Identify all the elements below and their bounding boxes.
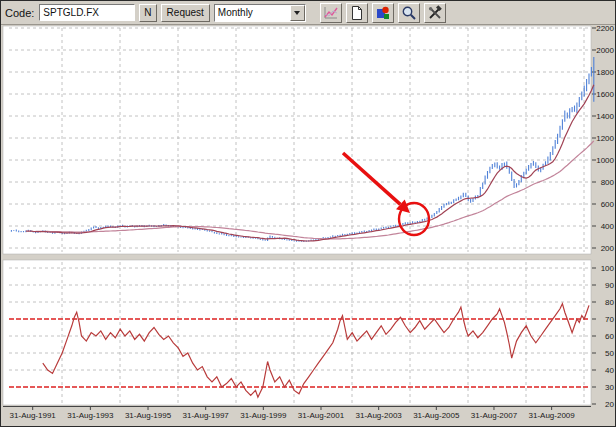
y-axis-label: 2200 (596, 24, 614, 33)
x-axis-label: 31-Aug-1997 (183, 411, 230, 420)
code-label: Code: (5, 7, 35, 19)
x-axis-label: 31-Aug-2003 (356, 411, 403, 420)
zoom-icon (401, 5, 417, 21)
x-axis-label: 31-Aug-1991 (10, 411, 57, 420)
line-chart-button[interactable] (320, 3, 342, 23)
display-colors-icon (375, 5, 391, 21)
chevron-down-icon[interactable] (290, 5, 305, 21)
y-axis-label: 50 (605, 349, 614, 358)
period-dropdown[interactable]: Monthly (214, 4, 306, 22)
y-axis-label: 40 (605, 366, 614, 375)
price-panel[interactable] (3, 26, 591, 254)
x-axis-label: 31-Aug-1999 (240, 411, 287, 420)
y-axis-label: 600 (601, 200, 615, 209)
new-document-button[interactable] (346, 3, 368, 23)
toolbar: Code: N Request Monthly (1, 1, 615, 25)
y-axis-label: 30 (605, 383, 614, 392)
x-axis-label: 31-Aug-1995 (125, 411, 172, 420)
x-axis-label: 31-Aug-2001 (298, 411, 345, 420)
line-chart-icon (323, 5, 339, 21)
zoom-button[interactable] (398, 3, 420, 23)
y-axis-label: 90 (605, 281, 614, 290)
tools-button[interactable] (424, 3, 446, 23)
x-axis-label: 31-Aug-2007 (471, 411, 518, 420)
y-axis-label: 1800 (596, 68, 614, 77)
tools-icon (427, 5, 443, 21)
y-axis-label: 20 (605, 400, 614, 409)
y-axis-label: 1600 (596, 90, 614, 99)
y-axis-label: 800 (601, 178, 615, 187)
x-axis-label: 31-Aug-2005 (413, 411, 460, 420)
y-axis-label: 1000 (596, 156, 614, 165)
y-axis-label: 60 (605, 332, 614, 341)
y-axis-label: 200 (601, 244, 615, 253)
y-axis-label: 2000 (596, 46, 614, 55)
n-button[interactable]: N (139, 4, 156, 22)
code-input[interactable] (39, 4, 135, 21)
y-axis-label: 400 (601, 222, 615, 231)
y-axis-label: 100 (601, 264, 615, 273)
x-axis-label: 31-Aug-2009 (529, 411, 576, 420)
y-axis-label: 70 (605, 315, 614, 324)
new-document-icon (349, 5, 365, 21)
request-button[interactable]: Request (161, 4, 210, 22)
charts-svg[interactable]: 2200200018001600140012001000800600400200… (1, 1, 616, 427)
display-colors-button[interactable] (372, 3, 394, 23)
y-axis-label: 1400 (596, 112, 614, 121)
x-axis-label: 31-Aug-1993 (67, 411, 114, 420)
chart-window: Code: N Request Monthly (0, 0, 616, 427)
period-value: Monthly (215, 5, 290, 21)
y-axis-label: 1200 (596, 134, 614, 143)
y-axis-label: 80 (605, 298, 614, 307)
